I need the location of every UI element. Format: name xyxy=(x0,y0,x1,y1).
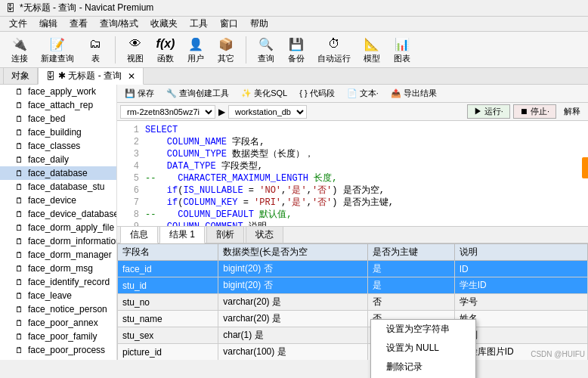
table-row[interactable]: stu_novarchar(20) 是否学号 xyxy=(118,294,588,311)
autorun-icon: ⏱ xyxy=(325,35,343,53)
sidebar-item-face_bed[interactable]: 🗒face_bed xyxy=(0,112,116,125)
menu-favorites[interactable]: 收藏夹 xyxy=(144,16,184,32)
content-area: 💾 保存 🔧 查询创建工具 ✨ 美化SQL { } 代码段 📄 文本· 📤 导出… xyxy=(117,85,588,360)
chart-icon: 📊 xyxy=(393,35,411,53)
sql-line: 4 DATA_TYPE 字段类型, xyxy=(120,160,585,172)
ctx-set-empty[interactable]: 设置为空字符串 xyxy=(371,320,475,339)
tab-objects[interactable]: 对象 xyxy=(3,67,38,85)
table-row[interactable]: face_idbigint(20) 否是ID xyxy=(118,261,588,277)
save-button[interactable]: 💾 保存 xyxy=(120,87,159,100)
export-button[interactable]: 📤 导出结果 xyxy=(386,87,441,100)
code-snippet-button[interactable]: { } 代码段 xyxy=(295,87,339,100)
chart-label: 图表 xyxy=(394,53,410,64)
query-button[interactable]: 🔍 查询 xyxy=(252,33,280,66)
table-row[interactable]: stu_namevarchar(20) 是否姓名 xyxy=(118,311,588,327)
explain-button[interactable]: 解释 xyxy=(559,105,585,118)
sidebar-item-face_leave[interactable]: 🗒face_leave xyxy=(0,289,116,302)
sidebar-item-face_classes[interactable]: 🗒face_classes xyxy=(0,139,116,153)
sidebar-item-label: face_poor_process xyxy=(28,345,105,355)
query-builder-button[interactable]: 🔧 查询创建工具 xyxy=(162,87,234,100)
sidebar-item-face_post_apply[interactable]: 🗒face_post_apply xyxy=(0,357,116,360)
connection-select[interactable]: rm-2zetn83n05wz7i xyxy=(120,105,215,119)
view-button[interactable]: 👁 视图 xyxy=(122,33,149,66)
table-cell: varchar(20) 是 xyxy=(218,311,367,327)
user-button[interactable]: 👤 用户 xyxy=(182,33,209,66)
sql-editor[interactable]: 1SELECT2 COLUMN_NAME 字段名,3 COLUMN_TYPE 数… xyxy=(117,121,588,227)
menu-view[interactable]: 查看 xyxy=(63,16,94,32)
new-query-button[interactable]: 📝 新建查询 xyxy=(36,33,79,66)
table-cell: 否 xyxy=(367,294,454,311)
other-label: 其它 xyxy=(218,53,234,64)
close-tab-icon[interactable]: ✕ xyxy=(128,71,135,82)
table-row[interactable]: stu_sexchar(1) 是否性别 xyxy=(118,327,588,344)
tab-query[interactable]: 🗄 ✱ 无标题 - 查询 ✕ xyxy=(38,67,144,85)
sidebar-item-face_apply_work[interactable]: 🗒face_apply_work xyxy=(0,85,116,98)
function-label: 函数 xyxy=(157,53,174,64)
table-cell: stu_no xyxy=(118,294,218,311)
menu-window[interactable]: 窗口 xyxy=(214,16,244,32)
tab-bar: 对象 🗄 ✱ 无标题 - 查询 ✕ xyxy=(0,68,588,85)
connect-button[interactable]: 🔌 连接 xyxy=(6,33,33,66)
tab-result1[interactable]: 结果 1 xyxy=(159,226,205,243)
sidebar-item-label: face_dorm_apply_file xyxy=(28,222,114,233)
sql-line: 8-- COLUMN_DEFAULT 默认值, xyxy=(120,209,585,221)
tab-profile-label: 剖析 xyxy=(216,229,234,240)
tab-info-label: 信息 xyxy=(130,229,148,240)
table-cell: 是 xyxy=(367,277,454,294)
sidebar-item-face_poor_annex[interactable]: 🗒face_poor_annex xyxy=(0,316,116,330)
tab-info[interactable]: 信息 xyxy=(120,226,158,243)
toolbar-sep-2 xyxy=(246,36,246,64)
sidebar-item-face_dorm_msg[interactable]: 🗒face_dorm_msg xyxy=(0,262,116,275)
query-label: 查询 xyxy=(258,53,274,64)
ctx-set-null[interactable]: 设置为 NULL xyxy=(371,339,475,358)
sidebar-item-face_dorm_manager[interactable]: 🗒face_dorm_manager xyxy=(0,248,116,262)
sql-line: 5-- CHARACTER_MAXIMUM_LENGTH 长度, xyxy=(120,172,585,184)
sidebar-item-face_dorm_apply_file[interactable]: 🗒face_dorm_apply_file xyxy=(0,221,116,234)
menu-query[interactable]: 查询/格式 xyxy=(94,16,144,32)
sidebar-item-label: face_dorm_manager xyxy=(28,249,112,260)
backup-button[interactable]: 💾 备份 xyxy=(283,33,310,66)
table-row[interactable]: picture_idvarchar(100) 是否人脸库图片ID xyxy=(118,344,588,361)
sidebar-item-face_device[interactable]: 🗒face_device xyxy=(0,194,116,207)
database-select[interactable]: workstation_db xyxy=(228,105,307,119)
run-button[interactable]: ▶ 运行· xyxy=(467,104,510,119)
sidebar-item-face_poor_family[interactable]: 🗒face_poor_family xyxy=(0,330,116,343)
sidebar-item-face_poor_process[interactable]: 🗒face_poor_process xyxy=(0,343,116,357)
sidebar-item-face_database[interactable]: 🗒face_database xyxy=(0,166,116,180)
sql-line: 1SELECT xyxy=(120,124,585,136)
sidebar-item-face_attach_rep[interactable]: 🗒face_attach_rep xyxy=(0,98,116,112)
autorun-label: 自动运行 xyxy=(317,53,351,64)
sidebar-item-label: face_dorm_informatiom xyxy=(28,236,116,246)
sidebar-item-face_identify_record[interactable]: 🗒face_identify_record xyxy=(0,275,116,289)
autorun-button[interactable]: ⏱ 自动运行 xyxy=(313,33,355,66)
sidebar-item-face_notice_person[interactable]: 🗒face_notice_person xyxy=(0,302,116,316)
sidebar-item-face_building[interactable]: 🗒face_building xyxy=(0,125,116,139)
other-button[interactable]: 📦 其它 xyxy=(212,33,240,66)
sidebar: 🗒face_apply_work🗒face_attach_rep🗒face_be… xyxy=(0,85,117,360)
model-button[interactable]: 📐 模型 xyxy=(358,33,385,66)
menu-tools[interactable]: 工具 xyxy=(184,16,214,32)
stop-button[interactable]: ⏹ 停止· xyxy=(513,104,556,119)
table-row[interactable]: stu_idbigint(20) 否是学生ID xyxy=(118,277,588,294)
sidebar-item-face_dorm_informatiom[interactable]: 🗒face_dorm_informatiom xyxy=(0,234,116,248)
sidebar-item-label: face_database xyxy=(28,168,88,178)
tab-status[interactable]: 状态 xyxy=(246,226,283,243)
table-icon: 🗒 xyxy=(15,305,23,314)
sidebar-item-face_database_stu[interactable]: 🗒face_database_stu xyxy=(0,180,116,194)
text-button[interactable]: 📄 文本· xyxy=(342,87,383,100)
sql-content: COLUMN_NAME 字段名, xyxy=(145,136,585,148)
table-icon: 🗒 xyxy=(15,345,23,355)
menu-help[interactable]: 帮助 xyxy=(244,16,274,32)
menu-edit[interactable]: 编辑 xyxy=(33,16,63,32)
sidebar-item-label: face_poor_annex xyxy=(28,318,98,328)
beautify-button[interactable]: ✨ 美化SQL xyxy=(237,87,292,100)
sql-line: 2 COLUMN_NAME 字段名, xyxy=(120,136,585,148)
sidebar-item-face_daily[interactable]: 🗒face_daily xyxy=(0,153,116,166)
sidebar-item-face_device_database[interactable]: 🗒face_device_database xyxy=(0,207,116,221)
chart-button[interactable]: 📊 图表 xyxy=(388,33,416,66)
ctx-delete-record[interactable]: 删除记录 xyxy=(371,358,475,376)
tab-profile[interactable]: 剖析 xyxy=(206,226,244,243)
function-button[interactable]: f(x) 函数 xyxy=(152,33,179,66)
menu-file[interactable]: 文件 xyxy=(3,16,33,32)
table-button[interactable]: 🗂 表 xyxy=(82,33,109,66)
